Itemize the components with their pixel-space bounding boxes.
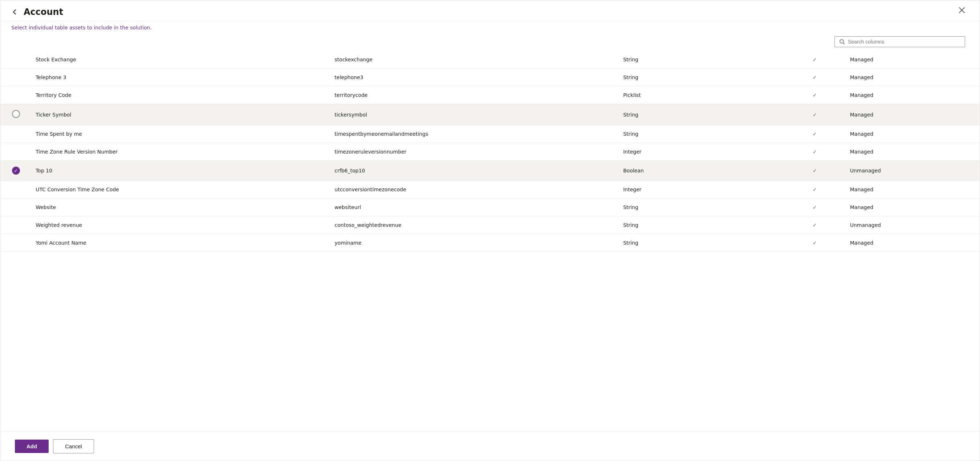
table-row[interactable]: Telephone 3telephone3String✓Managed [0,68,980,86]
row-checkmark: ✓ [784,51,845,68]
row-logical-name: telephone3 [330,68,619,86]
subtitle-after: to include in the solution. [86,25,152,30]
row-checkbox[interactable] [0,68,31,86]
row-type: String [619,68,784,86]
row-checkmark: ✓ [784,68,845,86]
search-input-wrap[interactable] [834,36,965,47]
table-row[interactable]: Stock ExchangestockexchangeString✓Manage… [0,51,980,68]
search-icon [839,39,845,45]
row-checkbox[interactable] [0,86,31,104]
row-checkbox[interactable] [0,234,31,252]
search-bar-row [0,34,980,51]
row-checkmark: ✓ [784,104,845,125]
check-icon: ✓ [813,187,817,192]
row-logical-name: websiteurl [330,199,619,216]
row-type: String [619,104,784,125]
columns-table: Stock ExchangestockexchangeString✓Manage… [0,51,980,252]
row-name: Weighted revenue [31,216,330,234]
row-name: Ticker Symbol [31,104,330,125]
row-managed: Managed [846,143,980,161]
row-logical-name: contoso_weightedrevenue [330,216,619,234]
row-checkbox[interactable] [0,125,31,143]
row-logical-name: yominame [330,234,619,252]
dialog-header: Account [0,0,980,21]
row-checkbox[interactable] [0,51,31,68]
row-managed: Managed [846,199,980,216]
check-icon: ✓ [813,204,817,210]
close-button[interactable] [959,7,965,13]
table-area: Stock ExchangestockexchangeString✓Manage… [0,51,980,432]
row-checkbox[interactable] [0,143,31,161]
row-managed: Managed [846,68,980,86]
dialog-footer: Add Cancel [0,432,980,461]
table-row[interactable]: Weighted revenuecontoso_weightedrevenueS… [0,216,980,234]
row-name: UTC Conversion Time Zone Code [31,181,330,199]
table-row[interactable]: UTC Conversion Time Zone Codeutcconversi… [0,181,980,199]
row-type: String [619,216,784,234]
row-name: Top 10 [31,161,330,181]
check-icon: ✓ [813,131,817,137]
subtitle: Select individual table assets to includ… [0,21,980,34]
row-checkbox[interactable] [0,181,31,199]
row-managed: Unmanaged [846,161,980,181]
row-name: Time Zone Rule Version Number [31,143,330,161]
cancel-button[interactable]: Cancel [53,439,94,453]
table-row[interactable]: Ticker SymboltickersymbolString✓Managed [0,104,980,125]
row-managed: Managed [846,104,980,125]
row-checkmark: ✓ [784,216,845,234]
row-checkmark: ✓ [784,199,845,216]
row-managed: Managed [846,125,980,143]
subtitle-highlight: individual table assets [29,25,86,30]
table-row[interactable]: Time Zone Rule Version Numbertimezonerul… [0,143,980,161]
check-icon: ✓ [813,75,817,80]
row-type: Integer [619,143,784,161]
table-row[interactable]: Yomi Account NameyominameString✓Managed [0,234,980,252]
row-checkbox[interactable] [0,216,31,234]
row-logical-name: crfb6_top10 [330,161,619,181]
row-managed: Unmanaged [846,216,980,234]
row-checkmark: ✓ [784,181,845,199]
row-type: Boolean [619,161,784,181]
row-type: String [619,51,784,68]
row-type: Integer [619,181,784,199]
row-managed: Managed [846,181,980,199]
check-icon: ✓ [813,92,817,98]
subtitle-plain: Select [11,25,29,30]
row-name: Time Spent by me [31,125,330,143]
back-button[interactable] [11,8,19,16]
row-checkmark: ✓ [784,143,845,161]
table-row[interactable]: Time Spent by metimespentbymeonemailandm… [0,125,980,143]
check-icon: ✓ [813,57,817,62]
table-row[interactable]: ✓Top 10crfb6_top10Boolean✓Unmanaged [0,161,980,181]
search-input[interactable] [848,39,960,45]
add-button[interactable]: Add [15,440,49,453]
row-type: String [619,234,784,252]
dialog: Account Select individual table assets t… [0,0,980,461]
row-checkbox[interactable]: ✓ [0,161,31,181]
checkbox-unchecked[interactable] [12,110,20,118]
row-checkmark: ✓ [784,161,845,181]
row-logical-name: tickersymbol [330,104,619,125]
check-icon: ✓ [813,112,817,118]
check-icon: ✓ [813,222,817,228]
row-checkmark: ✓ [784,234,845,252]
row-managed: Managed [846,51,980,68]
row-type: String [619,199,784,216]
row-managed: Managed [846,86,980,104]
row-managed: Managed [846,234,980,252]
row-checkbox[interactable] [0,199,31,216]
row-type: String [619,125,784,143]
row-logical-name: utcconversiontimezonecode [330,181,619,199]
row-checkbox[interactable] [0,104,31,125]
checkbox-checked[interactable]: ✓ [12,167,20,175]
check-icon: ✓ [813,149,817,155]
row-logical-name: timespentbymeonemailandmeetings [330,125,619,143]
row-name: Territory Code [31,86,330,104]
table-row[interactable]: Territory CodeterritorycodePicklist✓Mana… [0,86,980,104]
row-name: Website [31,199,330,216]
table-row[interactable]: WebsitewebsiteurlString✓Managed [0,199,980,216]
row-logical-name: stockexchange [330,51,619,68]
row-checkmark: ✓ [784,86,845,104]
row-type: Picklist [619,86,784,104]
dialog-title: Account [24,7,63,17]
